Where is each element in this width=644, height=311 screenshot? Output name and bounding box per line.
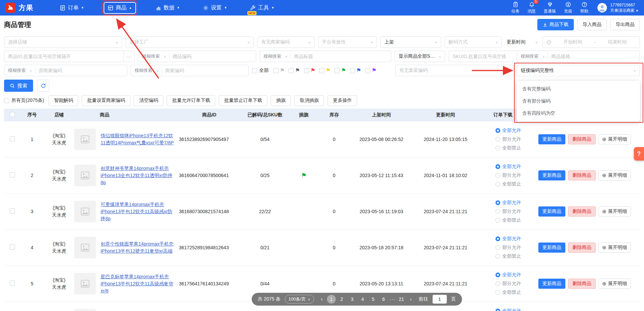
refresh-button[interactable] bbox=[37, 80, 49, 92]
expand-detail-button[interactable]: ⊕展开明细 bbox=[598, 243, 631, 253]
decode-mode-select[interactable]: 解码方式∨ bbox=[445, 36, 502, 48]
unflag-button[interactable]: 取消插旗 bbox=[294, 95, 324, 106]
nav-menu-settings[interactable]: 设置▼ bbox=[199, 3, 231, 13]
download-permission-option[interactable]: 部分允许 bbox=[495, 136, 527, 142]
nav-menu-data[interactable]: 数据▼ bbox=[152, 3, 183, 13]
update-product-button[interactable]: 更新商品 bbox=[538, 206, 565, 217]
clear-code-button[interactable]: 清空编码 bbox=[134, 95, 163, 106]
page-button-1[interactable]: 1 bbox=[327, 295, 336, 304]
update-product-button[interactable]: 更新商品 bbox=[538, 279, 565, 289]
download-permission-option[interactable]: 全部允许 bbox=[495, 308, 527, 311]
product-title-link[interactable]: 创意个性镜面苹果14promax手机壳iPhone13半包12硬壳11奢华xr高… bbox=[101, 241, 176, 255]
skuid-input[interactable] bbox=[453, 54, 514, 59]
merchant-code-select[interactable]: 有无商家编码∨ bbox=[257, 36, 315, 48]
delete-product-button[interactable]: 删除商品 bbox=[568, 170, 596, 180]
download-permission-option[interactable]: 全部允许 bbox=[495, 236, 527, 242]
download-permission-option[interactable]: 全部禁止 bbox=[495, 289, 527, 295]
expand-detail-button[interactable]: ⊕展开明细 bbox=[598, 279, 631, 289]
download-permission-option[interactable]: 全部禁止 bbox=[495, 181, 527, 187]
checkbox[interactable] bbox=[365, 68, 370, 73]
expand-detail-button[interactable]: ⊕展开明细 bbox=[598, 134, 631, 144]
nav-recharge[interactable]: 充值 bbox=[564, 2, 572, 14]
nav-help[interactable]: 帮助 bbox=[580, 2, 588, 14]
page-size-select[interactable]: 100条/页∨ bbox=[285, 295, 314, 304]
shop-select[interactable]: 选择店铺∨ bbox=[4, 36, 122, 48]
select-all-pages-checkbox[interactable]: 所有页(2075条) bbox=[4, 97, 44, 104]
row-checkbox[interactable] bbox=[10, 208, 15, 214]
select-all-checkbox[interactable] bbox=[10, 112, 15, 117]
download-permission-option[interactable]: 全部允许 bbox=[495, 164, 527, 170]
download-permission-option[interactable]: 部分允许 bbox=[495, 172, 527, 178]
shelf-status-select[interactable]: 上架∨ bbox=[380, 36, 441, 48]
row-checkbox[interactable] bbox=[10, 136, 15, 141]
row-checkbox[interactable] bbox=[10, 245, 15, 250]
checkbox[interactable] bbox=[350, 68, 355, 73]
fuzzy-mode-select[interactable]: 模糊搜索∨ bbox=[8, 67, 35, 74]
factory-select[interactable]: 选择工厂∨ bbox=[126, 36, 254, 48]
checkbox[interactable] bbox=[319, 68, 324, 73]
page-button-21[interactable]: 21 bbox=[397, 295, 406, 304]
time-type-select[interactable]: 更新时间∨ bbox=[505, 36, 539, 48]
download-permission-option[interactable]: 部分允许 bbox=[495, 208, 527, 215]
download-permission-option[interactable]: 部分允许 bbox=[495, 245, 527, 251]
batch-forbid-download-button[interactable]: 批量禁止订单下载 bbox=[219, 95, 267, 106]
product-title-link[interactable]: 创意财神爷苹果14promax手机壳iPhone13全包12软壳11透明xr防摔… bbox=[101, 165, 176, 186]
delete-product-button[interactable]: 删除商品 bbox=[568, 243, 596, 253]
product-download-button[interactable]: 商品下载 bbox=[537, 19, 574, 30]
product-id-input[interactable] bbox=[8, 54, 120, 59]
platform-validity-select[interactable]: 平台有效性∨ bbox=[318, 36, 377, 48]
download-permission-option[interactable]: 全部允许 bbox=[495, 272, 527, 278]
flag-checkbox-1[interactable]: ⚑ bbox=[273, 68, 285, 73]
page-button-3[interactable]: 3 bbox=[348, 295, 356, 304]
delete-product-button[interactable]: 删除商品 bbox=[568, 134, 596, 144]
update-product-button[interactable]: 更新商品 bbox=[538, 134, 565, 144]
more-icon[interactable]: ··· bbox=[124, 51, 135, 62]
update-product-button[interactable]: 更新商品 bbox=[538, 243, 565, 253]
more-actions-button[interactable]: 更多操作 bbox=[327, 95, 357, 106]
flag-checkbox-4[interactable]: ⚑ bbox=[319, 68, 330, 73]
link-code-option-1[interactable]: 含有完整编码 bbox=[517, 83, 640, 95]
download-permission-option[interactable]: 全部禁止 bbox=[495, 145, 527, 151]
search-button[interactable]: 搜索 bbox=[4, 80, 33, 92]
gift-code-input[interactable] bbox=[172, 54, 252, 59]
product-spec-input[interactable] bbox=[551, 54, 636, 59]
link-code-option-2[interactable]: 含有部分编码 bbox=[517, 95, 640, 107]
flag-checkbox-5[interactable]: ⚑ bbox=[334, 68, 346, 73]
flag-checkbox-2[interactable]: ⚑ bbox=[289, 68, 300, 73]
checkbox[interactable] bbox=[273, 68, 278, 73]
fuzzy-mode-select[interactable]: 模糊搜索∨ bbox=[142, 53, 169, 59]
product-title-link[interactable]: 可爱煤球苹果14promax手机壳iPhone13半包12软壳11高级感xr防摔… bbox=[101, 201, 176, 222]
link-code-option-3[interactable]: 含有四段码为空 bbox=[517, 107, 640, 119]
suit-code-select[interactable]: 有无套装编码∨ bbox=[395, 65, 513, 76]
nav-menu-tools[interactable]: 工具▼NEW bbox=[247, 3, 278, 13]
nav-messages[interactable]: 5消息 bbox=[528, 2, 536, 14]
checkbox[interactable] bbox=[334, 68, 340, 73]
checkbox[interactable] bbox=[4, 98, 9, 103]
flag-checkbox-3[interactable]: ⚑ bbox=[304, 68, 315, 73]
flag-checkbox-6[interactable]: ⚑ bbox=[350, 68, 361, 73]
sku-display-select[interactable]: 显示商品全部SKU∨ bbox=[395, 51, 445, 62]
batch-allow-download-button[interactable]: 批量允许订单下载 bbox=[167, 95, 215, 106]
row-checkbox[interactable] bbox=[10, 172, 15, 177]
checkbox[interactable] bbox=[252, 68, 257, 73]
import-product-button[interactable]: 导入商品 bbox=[577, 19, 607, 30]
flag-checkbox-7[interactable]: ⚑ bbox=[365, 68, 376, 73]
fuzzy-mode-select[interactable]: 模糊搜索∨ bbox=[135, 67, 162, 74]
orig-merchant-code-input[interactable] bbox=[38, 68, 123, 73]
product-title-input[interactable] bbox=[294, 54, 387, 59]
batch-set-merchant-button[interactable]: 批量设置商家编码 bbox=[82, 95, 130, 106]
fuzzy-mode-select[interactable]: 模糊搜索∨ bbox=[521, 53, 548, 59]
expand-detail-button[interactable]: ⊕展开明细 bbox=[598, 170, 631, 180]
merchant-code-input[interactable] bbox=[165, 68, 245, 73]
page-button-2[interactable]: 2 bbox=[337, 295, 346, 304]
download-permission-option[interactable]: 部分允许 bbox=[495, 281, 527, 287]
nav-menu-orders[interactable]: 订单▼ bbox=[56, 3, 87, 13]
checkbox[interactable] bbox=[289, 68, 294, 73]
brand[interactable]: 方果 bbox=[5, 3, 33, 13]
prev-page-icon[interactable]: ‹ bbox=[318, 296, 325, 302]
fuzzy-mode-select[interactable]: 模糊搜索∨ bbox=[264, 53, 291, 59]
flag-button[interactable]: 插旗 bbox=[271, 95, 291, 106]
page-button-4[interactable]: 4 bbox=[358, 295, 367, 304]
nav-version[interactable]: 普通版 bbox=[544, 2, 556, 14]
smart-decode-button[interactable]: 智能解码 bbox=[49, 95, 78, 106]
